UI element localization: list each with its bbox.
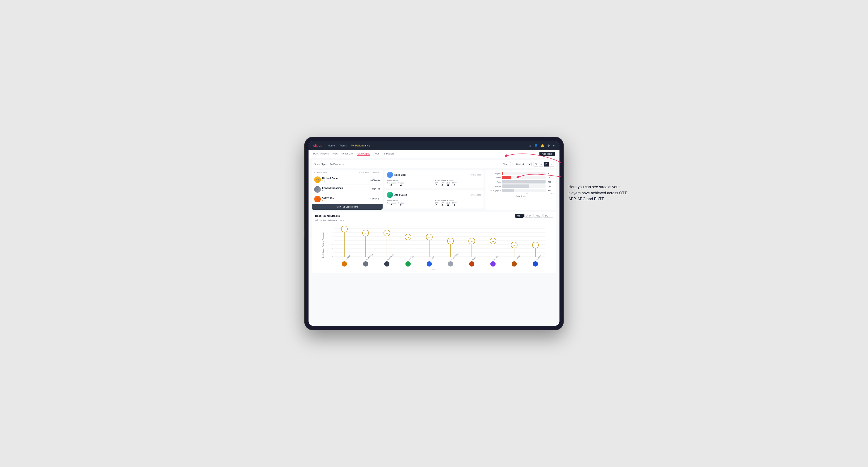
svg-text:3x: 3x xyxy=(513,244,516,247)
putt-value: 0 xyxy=(454,184,455,187)
ott-value: 0 xyxy=(436,184,437,187)
svg-text:J. Coles: J. Coles xyxy=(408,255,414,261)
svg-text:R. Britt: R. Britt xyxy=(430,255,435,261)
svg-point-59 xyxy=(384,261,390,267)
svg-text:4x: 4x xyxy=(450,240,452,243)
svg-text:7: 7 xyxy=(332,228,333,230)
svg-text:6x: 6x xyxy=(365,232,367,235)
subnav-team-clippd[interactable]: Team Clippd xyxy=(356,152,370,156)
svg-text:R. Butler: R. Butler xyxy=(515,254,521,261)
svg-point-65 xyxy=(512,261,517,267)
col-pb-avg: PB AVG SQ xyxy=(370,171,380,173)
silver-badge-icon: ♥ xyxy=(322,189,323,192)
bar-container xyxy=(502,189,546,192)
leaderboard-card: PLAYER NAME PB SCORE PB AVG SQ RB Richar… xyxy=(312,170,382,210)
app-stat: APP 0 xyxy=(441,182,444,187)
nav-teams[interactable]: Teams xyxy=(339,144,347,147)
tournament-value: 8 xyxy=(390,184,392,187)
filter-app[interactable]: APP xyxy=(524,214,533,218)
card-stats: Total Rounds Tournament 7 Practice 2 xyxy=(387,199,481,207)
player-avg-3: 103 xyxy=(376,198,380,200)
filter-arg[interactable]: ARG xyxy=(533,214,542,218)
svg-text:6: 6 xyxy=(332,231,333,234)
svg-point-57 xyxy=(342,261,347,267)
player-card-rees-britt: RB Rees Britt 02 Sep 2023 Total Rounds T… xyxy=(384,170,484,188)
table-row: RB Richard Butler ♥ 1 19/20 110 xyxy=(312,175,382,185)
streaks-title-group: Best Round Streaks ← xyxy=(315,214,345,218)
svg-text:Best Streak, Fairway Accuracy: Best Streak, Fairway Accuracy xyxy=(322,232,324,258)
view-leaderboard-button[interactable]: View Full Leaderboard xyxy=(312,204,382,210)
nav-links: Home Teams My Performance xyxy=(328,144,529,147)
app-stat: APP 0 xyxy=(441,202,444,207)
player-cards-column: RB Rees Britt 02 Sep 2023 Total Rounds T… xyxy=(384,170,484,210)
arrow-indicator-icon: ← xyxy=(341,214,345,218)
avatar: RB xyxy=(387,172,393,178)
player-avg-2: 107 xyxy=(376,188,380,191)
putt-label: PUTT xyxy=(452,182,456,184)
subtitle-main: Off The Tee, xyxy=(315,219,327,221)
avatar: RB xyxy=(314,177,321,183)
practice-activities-label: Total Practice Activities xyxy=(435,179,481,181)
svg-text:B. Ford: B. Ford xyxy=(472,255,478,261)
annotation-arrow-svg xyxy=(517,170,564,189)
bar-fill xyxy=(502,172,503,175)
streaks-title-text: Best Round Streaks xyxy=(315,214,340,217)
badge-rank-3: 3 xyxy=(324,199,325,201)
subnav-all-players[interactable]: All Players xyxy=(382,152,394,156)
total-shots-label: Total Shots xyxy=(488,195,554,197)
total-rounds-group: Total Rounds Tournament 7 Practice 2 xyxy=(387,199,433,207)
filter-ott[interactable]: OTT xyxy=(515,214,524,218)
player-info-2: EC Edward Crossman ♥ 2 xyxy=(314,186,370,193)
edit-icon[interactable]: ✏ xyxy=(342,163,344,165)
ott-label: OTT xyxy=(435,202,438,204)
player-name-3: Cameron... xyxy=(322,196,335,199)
filter-putt[interactable]: PUTT xyxy=(543,214,553,218)
total-rounds-group: Total Rounds Tournament 8 Practice 4 xyxy=(387,179,433,187)
avatar: JC xyxy=(387,192,393,198)
card-stats: Total Rounds Tournament 8 Practice 4 xyxy=(387,179,481,187)
gold-badge-icon: ♥ xyxy=(322,180,323,182)
svg-text:4x: 4x xyxy=(492,240,494,243)
svg-text:6x: 6x xyxy=(386,232,388,235)
card-header: RB Rees Britt 02 Sep 2023 xyxy=(387,172,481,178)
player-details-2: Edward Crossman ♥ 2 xyxy=(322,187,343,192)
annotation-second-arrow-svg xyxy=(505,142,564,165)
x-label-200: 200 xyxy=(526,193,529,195)
svg-text:E. Ebert: E. Ebert xyxy=(345,255,351,261)
svg-point-58 xyxy=(363,261,368,267)
player-info-3: C Cameron... ♥ 3 xyxy=(314,196,370,203)
player-name-1: Richard Butler xyxy=(322,177,338,180)
arg-stat: ARG 0 xyxy=(446,202,450,207)
tournament-label: Tournament xyxy=(387,182,396,184)
team-title-group: Team Clippd | 14 Players ✏ xyxy=(314,163,344,165)
subnav-tour[interactable]: Tour xyxy=(374,152,379,156)
player-card-josh-coles: JC Josh Coles 26 Aug 2023 Total Rounds T… xyxy=(384,190,484,209)
bar-row-dbogeys: D. Bogeys + 131 xyxy=(488,189,554,192)
tournament-label: Tournament xyxy=(387,202,396,204)
svg-text:4: 4 xyxy=(332,240,333,242)
subnav-pga[interactable]: PGA xyxy=(333,152,338,156)
svg-text:0: 0 xyxy=(332,256,333,258)
activities-row: OTT 0 APP 0 ARG 0 xyxy=(435,202,481,207)
svg-text:B. McHerg: B. McHerg xyxy=(366,253,373,261)
svg-text:D. Billingham: D. Billingham xyxy=(387,252,396,261)
subnav-hcaps[interactable]: Hcaps 1-5 xyxy=(342,152,353,156)
x-axis: 0 200 400 xyxy=(488,193,554,195)
app-label: APP xyxy=(441,202,444,204)
practice-activities-group: Total Practice Activities OTT 0 APP 0 xyxy=(435,179,481,187)
nav-home[interactable]: Home xyxy=(328,144,335,147)
tablet-device: clippd Home Teams My Performance ⌕ 👤 🔔 ⚙… xyxy=(304,137,564,330)
x-label-0: 0 xyxy=(502,193,503,195)
svg-text:5: 5 xyxy=(332,236,333,238)
subnav-pgat[interactable]: PGAT Players xyxy=(313,152,329,156)
bar-label: Eagles xyxy=(488,173,501,175)
nav-my-performance[interactable]: My Performance xyxy=(351,144,370,147)
bar-label: Pars xyxy=(488,181,501,183)
tablet-screen: clippd Home Teams My Performance ⌕ 👤 🔔 ⚙… xyxy=(309,141,559,326)
badge-rank-2: 2 xyxy=(324,190,325,192)
svg-text:5x: 5x xyxy=(428,236,431,239)
total-rounds-label: Total Rounds xyxy=(387,179,433,181)
card-header: JC Josh Coles 26 Aug 2023 xyxy=(387,192,481,198)
col-player-name: PLAYER NAME xyxy=(314,171,359,173)
svg-text:4x: 4x xyxy=(471,240,473,243)
